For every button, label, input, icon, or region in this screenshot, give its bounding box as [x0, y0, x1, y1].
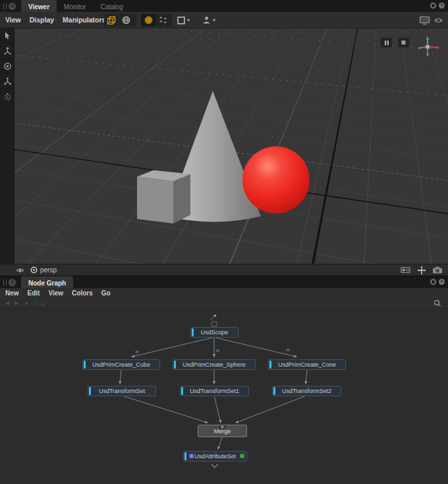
- node-usd-transform-set2[interactable]: UsdTransformSet2: [272, 386, 341, 396]
- marquee-icon: [177, 16, 186, 25]
- layers-icon: [158, 15, 168, 25]
- node-label: UsdScope: [201, 329, 229, 336]
- cursor-icon: [3, 31, 12, 40]
- environment-toggle[interactable]: [119, 14, 133, 26]
- nav-forward-button[interactable]: ▶: [14, 300, 18, 306]
- panel-drag-handle[interactable]: [3, 3, 7, 9]
- viewport-3d[interactable]: [0, 28, 448, 264]
- panel-drag-handle[interactable]: [3, 280, 7, 286]
- menu-edit[interactable]: Edit: [28, 289, 40, 297]
- float-panel-icon[interactable]: [430, 3, 436, 9]
- nav-back-button[interactable]: ◀: [5, 300, 9, 306]
- node-label: UsdTransformSet: [99, 388, 145, 394]
- node-accent-bar: [269, 361, 271, 369]
- node-merge[interactable]: ▾ Merge: [198, 425, 247, 437]
- hydra-viewer-toggle[interactable]: [141, 14, 155, 26]
- node-accent-bar: [174, 361, 176, 369]
- node-graph-menubar: New Edit View Colors Go: [0, 288, 448, 298]
- viewport-status-bar: persp: [0, 264, 448, 276]
- viewer-tool-column: [0, 28, 14, 264]
- cube-icon: [106, 15, 117, 26]
- menu-view[interactable]: View: [48, 289, 63, 297]
- node-usd-transform-set[interactable]: UsdTransformSet: [88, 386, 156, 396]
- selection-mode-button[interactable]: ▾: [177, 14, 190, 26]
- tab-catalog[interactable]: Catalog: [93, 0, 130, 12]
- panel-gear-icon[interactable]: ⚙: [9, 3, 16, 10]
- stop-button[interactable]: [398, 38, 409, 47]
- menu-new[interactable]: New: [5, 289, 19, 297]
- menu-colors[interactable]: Colors: [72, 289, 93, 297]
- tab-viewer[interactable]: Viewer: [21, 0, 57, 12]
- node-graph-canvas[interactable]: in in in UsdScope UsdPrimCreate_Cube: [0, 309, 448, 484]
- node-usd-attribute-set[interactable]: UsdAttributeSet: [183, 451, 247, 462]
- film-gate-icon[interactable]: [401, 266, 411, 274]
- viewer-menubar: View Display Manipulators: [0, 12, 448, 28]
- menu-go[interactable]: Go: [101, 289, 111, 297]
- close-panel-icon[interactable]: ×: [439, 3, 445, 9]
- node-usd-prim-create-cube[interactable]: UsdPrimCreate_Cube: [82, 359, 160, 370]
- camera-ring-icon[interactable]: [30, 266, 38, 274]
- monitor-icon: [419, 16, 430, 25]
- proxy-display-button[interactable]: ▾: [202, 14, 215, 26]
- chevron-down-icon: ▾: [187, 17, 190, 23]
- scale-tool-button[interactable]: [0, 74, 14, 89]
- scale-icon: [3, 76, 13, 86]
- pause-button[interactable]: [381, 38, 392, 47]
- edit-flag-icon[interactable]: [189, 454, 194, 458]
- select-tool-button[interactable]: [0, 28, 14, 44]
- eye-icon: [434, 16, 443, 24]
- stop-icon: [401, 40, 406, 45]
- node-graph-panel: ⚙ Node Graph × New Edit View Colors Go ◀…: [0, 276, 448, 484]
- float-panel-icon[interactable]: [430, 279, 436, 285]
- scene-geometry: [0, 28, 448, 264]
- node-usd-prim-create-sphere[interactable]: UsdPrimCreate_Sphere: [173, 359, 256, 370]
- pause-icon: [384, 40, 389, 45]
- shading-toolbar-group: [104, 14, 136, 26]
- rotate-tool-button[interactable]: [0, 59, 14, 74]
- node-usd-prim-create-cone[interactable]: UsdPrimCreate_Cone: [268, 359, 346, 370]
- tab-node-graph[interactable]: Node Graph: [21, 276, 73, 288]
- nav-home-button[interactable]: ⌂: [41, 299, 45, 307]
- layers-toggle[interactable]: [155, 14, 170, 26]
- axis-gizmo[interactable]: [414, 35, 442, 59]
- node-label: UsdAttributeSet: [194, 453, 236, 460]
- node-accent-bar: [84, 361, 86, 369]
- snapshot-button[interactable]: [434, 14, 443, 26]
- port-label-in: in: [135, 349, 140, 354]
- node-accent-bar: [273, 387, 275, 395]
- close-panel-icon[interactable]: ×: [439, 279, 445, 285]
- sphere-icon: [144, 15, 154, 25]
- node-accent-bar: [89, 387, 91, 395]
- pan-arrows-icon[interactable]: [417, 266, 426, 275]
- nav-up-button[interactable]: ▲: [24, 300, 29, 306]
- viewer-tabbar: ⚙ Viewer Monitor Catalog ×: [0, 0, 448, 12]
- camera-selector[interactable]: persp: [40, 266, 57, 274]
- translate-tool-button[interactable]: [0, 44, 14, 59]
- pivot-tool-button[interactable]: [0, 89, 14, 104]
- menu-manipulators[interactable]: Manipulators: [63, 16, 105, 24]
- visibility-eye-icon[interactable]: [16, 267, 24, 274]
- viewer-panel: ⚙ Viewer Monitor Catalog × View Display …: [0, 0, 448, 276]
- camera-icon[interactable]: [432, 266, 443, 274]
- shaded-cube-toggle[interactable]: [104, 14, 119, 26]
- pivot-icon: [3, 92, 13, 102]
- node-graph-tabbar: ⚙ Node Graph ×: [0, 276, 448, 288]
- tab-monitor[interactable]: Monitor: [57, 0, 93, 12]
- search-icon[interactable]: [434, 299, 441, 307]
- port-label-in: in: [286, 347, 291, 352]
- person-icon: [202, 15, 211, 25]
- menu-display[interactable]: Display: [30, 16, 54, 24]
- node-usd-transform-set1[interactable]: UsdTransformSet1: [180, 386, 249, 396]
- node-usd-scope[interactable]: UsdScope: [190, 327, 238, 338]
- node-label: UsdPrimCreate_Sphere: [182, 361, 246, 368]
- display-settings-button[interactable]: [419, 14, 430, 26]
- cube-mesh[interactable]: [137, 170, 190, 224]
- merge-inputs-chevron-icon[interactable]: ▾: [219, 425, 227, 429]
- menu-view[interactable]: View: [5, 16, 21, 24]
- view-flag-icon[interactable]: [240, 454, 244, 458]
- panel-gear-icon[interactable]: ⚙: [9, 279, 16, 286]
- sphere-mesh[interactable]: [242, 146, 310, 214]
- node-label: UsdPrimCreate_Cone: [278, 361, 336, 368]
- divider: [35, 300, 36, 307]
- translate-icon: [3, 46, 13, 56]
